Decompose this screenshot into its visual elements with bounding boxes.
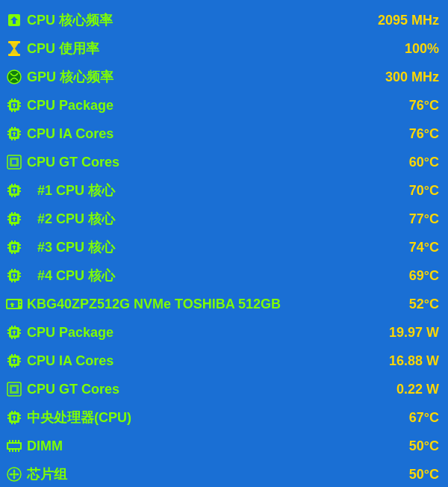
value-chipset-temp: 50°C xyxy=(409,467,439,483)
row-cpu-usage: CPU 使用率100% xyxy=(0,34,448,63)
value-cpu-ia-cores-temp: 76°C xyxy=(409,126,439,142)
svg-rect-23 xyxy=(11,127,13,128)
svg-rect-58 xyxy=(19,247,21,249)
svg-rect-38 xyxy=(14,184,16,185)
svg-rect-66 xyxy=(7,273,9,274)
svg-rect-46 xyxy=(19,216,21,217)
svg-point-5 xyxy=(7,70,21,84)
chip-icon xyxy=(6,267,22,284)
svg-rect-24 xyxy=(14,127,16,128)
svg-rect-83 xyxy=(7,332,9,334)
svg-rect-87 xyxy=(14,326,16,327)
svg-rect-56 xyxy=(7,247,9,249)
svg-rect-50 xyxy=(11,224,13,226)
label-chipset-temp: 芯片组 xyxy=(27,465,67,483)
svg-rect-68 xyxy=(19,273,21,274)
chip-icon xyxy=(6,125,22,142)
row-chipset-temp: 芯片组50°C xyxy=(0,460,448,487)
row-cpu-ia-cores-power: CPU IA Cores16.88 W xyxy=(0,347,448,375)
dimm-icon xyxy=(6,438,22,454)
svg-rect-107 xyxy=(7,415,9,416)
svg-rect-33 xyxy=(7,187,9,189)
svg-rect-112 xyxy=(14,411,16,412)
label-dimm-temp: DIMM xyxy=(27,438,63,454)
svg-rect-36 xyxy=(19,190,21,192)
svg-rect-82 xyxy=(7,329,9,331)
svg-rect-96 xyxy=(19,361,21,362)
value-cpu-sensor-temp: 67°C xyxy=(409,410,439,426)
svg-rect-14 xyxy=(11,111,13,112)
svg-rect-97 xyxy=(11,354,13,356)
svg-rect-78 xyxy=(19,304,21,305)
svg-rect-30 xyxy=(12,160,16,164)
label-cpu-sensor-temp: 中央处理器(CPU) xyxy=(27,409,131,426)
svg-rect-20 xyxy=(7,134,9,135)
svg-rect-44 xyxy=(7,216,9,217)
row-cpu-ia-cores-temp: CPU IA Cores76°C xyxy=(0,120,448,148)
svg-rect-119 xyxy=(12,450,13,452)
svg-rect-98 xyxy=(14,354,16,356)
svg-rect-71 xyxy=(14,269,16,270)
label-nvme-temp: KBG40ZPZ512G NVMe TOSHIBA 512GB xyxy=(27,297,281,312)
svg-rect-99 xyxy=(11,366,13,367)
row-cpu-core-2: #2 CPU 核心77°C xyxy=(0,205,448,233)
label-cpu-gt-cores-temp: CPU GT Cores xyxy=(27,155,119,170)
value-cpu-core-1: 70°C xyxy=(409,183,439,199)
svg-rect-110 xyxy=(19,418,21,419)
svg-rect-94 xyxy=(7,361,9,362)
svg-rect-4 xyxy=(8,54,20,56)
label-cpu-ia-cores-temp: CPU IA Cores xyxy=(27,126,113,142)
svg-rect-125 xyxy=(18,440,19,442)
svg-rect-22 xyxy=(19,134,21,135)
row-cpu-core-3: #3 CPU 核心74°C xyxy=(0,233,448,261)
row-nvme-temp: KBG40ZPZ512G NVMe TOSHIBA 512GB52°C xyxy=(0,290,448,318)
svg-rect-113 xyxy=(11,423,13,424)
value-dimm-temp: 50°C xyxy=(409,438,439,454)
svg-rect-88 xyxy=(11,338,13,339)
label-cpu-core-2: #2 CPU 核心 xyxy=(37,210,115,228)
value-cpu-core-freq: 2095 MHz xyxy=(378,13,439,28)
cpu-gt-icon xyxy=(6,381,22,397)
svg-rect-104 xyxy=(12,387,16,391)
svg-rect-114 xyxy=(14,423,16,424)
hourglass-icon xyxy=(6,40,22,57)
main-container: CPU 核心频率2095 MHz CPU 使用率100% GPU 核心频率300… xyxy=(0,0,448,487)
row-cpu-core-1: #1 CPU 核心70°C xyxy=(0,176,448,205)
svg-rect-93 xyxy=(7,358,9,359)
svg-rect-21 xyxy=(19,131,21,132)
label-cpu-core-1: #1 CPU 核心 xyxy=(37,182,115,199)
svg-rect-48 xyxy=(11,212,13,214)
svg-rect-123 xyxy=(12,440,13,442)
label-cpu-usage: CPU 使用率 xyxy=(27,40,99,58)
svg-rect-69 xyxy=(19,276,21,277)
value-cpu-core-2: 77°C xyxy=(409,211,439,227)
value-cpu-package-power: 19.97 W xyxy=(389,325,439,341)
svg-rect-9 xyxy=(7,105,9,107)
cpu-arrow-icon xyxy=(6,12,22,28)
svg-rect-117 xyxy=(8,444,20,448)
svg-rect-51 xyxy=(14,224,16,226)
xbox-icon xyxy=(6,69,22,85)
svg-rect-60 xyxy=(14,241,16,242)
svg-rect-39 xyxy=(11,196,13,197)
svg-rect-15 xyxy=(14,111,16,112)
svg-rect-3 xyxy=(8,41,20,43)
chip-icon xyxy=(6,97,22,114)
chip-icon xyxy=(6,409,22,426)
cpu-gt-icon xyxy=(6,154,22,170)
svg-rect-34 xyxy=(7,190,9,192)
svg-point-127 xyxy=(13,473,16,476)
svg-rect-8 xyxy=(7,102,9,104)
svg-rect-25 xyxy=(11,139,13,140)
value-nvme-temp: 52°C xyxy=(409,297,439,312)
svg-rect-59 xyxy=(11,241,13,242)
value-cpu-core-3: 74°C xyxy=(409,240,439,255)
ssd-icon xyxy=(6,296,22,312)
row-dimm-temp: DIMM50°C xyxy=(0,432,448,460)
svg-rect-73 xyxy=(14,281,16,282)
svg-rect-37 xyxy=(11,184,13,185)
row-cpu-gt-cores-power: CPU GT Cores0.22 W xyxy=(0,375,448,403)
svg-rect-40 xyxy=(14,196,16,197)
row-cpu-sensor-temp: 中央处理器(CPU)67°C xyxy=(0,403,448,432)
svg-rect-89 xyxy=(14,338,16,339)
